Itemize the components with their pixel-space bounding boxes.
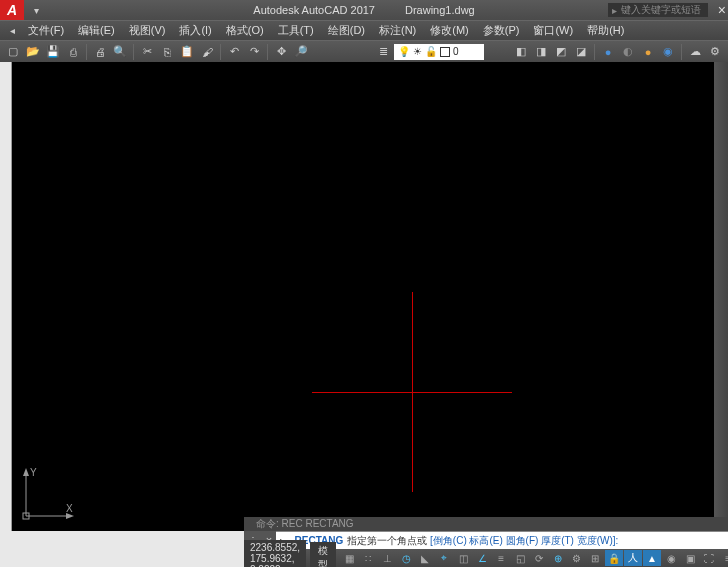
transparency-toggle[interactable]: ◱ bbox=[511, 550, 529, 566]
quick-access-toolbar: ▾ bbox=[28, 2, 44, 18]
annotation-monitor[interactable]: ⊞ bbox=[586, 550, 604, 566]
toolbar: ▢ 📂 💾 ⎙ 🖨 🔍 ✂ ⎘ 📋 🖌 ↶ ↷ ✥ 🔎 ≣ 💡 ☀ 🔓 0 ◧ … bbox=[0, 40, 728, 62]
bottom-left-panel bbox=[0, 531, 244, 567]
menu-indicator-icon[interactable]: ◂ bbox=[4, 23, 20, 39]
ortho-toggle[interactable]: ⊥ bbox=[378, 550, 396, 566]
snap-toggle[interactable]: ∷ bbox=[359, 550, 377, 566]
title-bar: A ▾ Autodesk AutoCAD 2017 Drawing1.dwg ▸… bbox=[0, 0, 728, 20]
layer-color-swatch bbox=[440, 47, 450, 57]
isolate-objects[interactable]: ▣ bbox=[681, 550, 699, 566]
undo-button[interactable]: ↶ bbox=[225, 43, 243, 61]
cut-button[interactable]: ✂ bbox=[138, 43, 156, 61]
search-input[interactable]: ▸ 键入关键字或短语 bbox=[608, 3, 708, 17]
lock-icon: 🔓 bbox=[425, 46, 437, 57]
app-name: Autodesk AutoCAD 2017 bbox=[253, 4, 375, 16]
menu-modify[interactable]: 修改(M) bbox=[424, 21, 475, 40]
ucs-icon: Y X bbox=[20, 464, 80, 524]
workspace-switch[interactable]: ⚙ bbox=[567, 550, 585, 566]
saveas-button[interactable]: ⎙ bbox=[64, 43, 82, 61]
settings-button[interactable]: ⚙ bbox=[706, 43, 724, 61]
coordinates-display[interactable]: 2236.8552, 175.9632, 0.0000 bbox=[244, 540, 306, 568]
annotation-autoscale[interactable]: ▲ bbox=[643, 550, 661, 566]
menu-dimension[interactable]: 标注(N) bbox=[373, 21, 422, 40]
copy-button[interactable]: ⎘ bbox=[158, 43, 176, 61]
menu-draw[interactable]: 绘图(D) bbox=[322, 21, 371, 40]
render-tool-4[interactable]: ◉ bbox=[659, 43, 677, 61]
match-button[interactable]: 🖌 bbox=[198, 43, 216, 61]
redo-button[interactable]: ↷ bbox=[245, 43, 263, 61]
cloud-button[interactable]: ☁ bbox=[686, 43, 704, 61]
crosshair-vertical bbox=[412, 292, 413, 492]
3dosnap-toggle[interactable]: ◫ bbox=[454, 550, 472, 566]
command-options: [倒角(C) 标高(E) 圆角(F) 厚度(T) 宽度(W)]: bbox=[430, 534, 618, 548]
otrack-toggle[interactable]: ∠ bbox=[473, 550, 491, 566]
model-space-button[interactable]: 模型 bbox=[310, 542, 336, 567]
left-edge bbox=[0, 62, 12, 534]
search-placeholder: 键入关键字或短语 bbox=[621, 3, 701, 17]
cycling-toggle[interactable]: ⟳ bbox=[530, 550, 548, 566]
clean-screen[interactable]: ⛶ bbox=[700, 550, 718, 566]
print-button[interactable]: 🖨 bbox=[91, 43, 109, 61]
lineweight-toggle[interactable]: ≡ bbox=[492, 550, 510, 566]
hardware-accel[interactable]: ◉ bbox=[662, 550, 680, 566]
status-bar: 2236.8552, 175.9632, 0.0000 模型 ▦ ∷ ⊥ ◷ ◣… bbox=[244, 549, 728, 567]
workspace: Y X bbox=[0, 62, 728, 534]
open-button[interactable]: 📂 bbox=[24, 43, 42, 61]
menu-edit[interactable]: 编辑(E) bbox=[72, 21, 121, 40]
zoom-button[interactable]: 🔎 bbox=[292, 43, 310, 61]
menu-view[interactable]: 视图(V) bbox=[123, 21, 172, 40]
preview-button[interactable]: 🔍 bbox=[111, 43, 129, 61]
layer-tool-1[interactable]: ◧ bbox=[512, 43, 530, 61]
polar-toggle[interactable]: ◷ bbox=[397, 550, 415, 566]
dyninput-toggle[interactable]: ⊕ bbox=[549, 550, 567, 566]
app-logo[interactable]: A bbox=[0, 0, 24, 20]
menu-insert[interactable]: 插入(I) bbox=[173, 21, 217, 40]
vertical-scrollbar[interactable] bbox=[714, 62, 728, 534]
close-button[interactable]: × bbox=[718, 2, 726, 18]
command-history: 命令: REC RECTANG bbox=[244, 517, 728, 531]
title-text: Autodesk AutoCAD 2017 Drawing1.dwg bbox=[253, 4, 474, 16]
status-toggles: ▦ ∷ ⊥ ◷ ◣ ⌖ ◫ ∠ ≡ ◱ ⟳ ⊕ bbox=[340, 550, 567, 566]
layer-tool-2[interactable]: ◨ bbox=[532, 43, 550, 61]
svg-marker-2 bbox=[23, 468, 29, 476]
command-input[interactable]: ▸_ RECTANG 指定第一个角点或 [倒角(C) 标高(E) 圆角(F) 厚… bbox=[276, 531, 728, 549]
osnap-toggle[interactable]: ⌖ bbox=[435, 550, 453, 566]
menu-tools[interactable]: 工具(T) bbox=[272, 21, 320, 40]
layer-tool-3[interactable]: ◩ bbox=[552, 43, 570, 61]
command-prompt-text: 指定第一个角点或 bbox=[347, 534, 427, 548]
menu-bar: ◂ 文件(F) 编辑(E) 视图(V) 插入(I) 格式(O) 工具(T) 绘图… bbox=[0, 20, 728, 40]
menu-help[interactable]: 帮助(H) bbox=[581, 21, 630, 40]
menu-file[interactable]: 文件(F) bbox=[22, 21, 70, 40]
render-tool-3[interactable]: ● bbox=[639, 43, 657, 61]
document-name: Drawing1.dwg bbox=[405, 4, 475, 16]
sun-icon: ☀ bbox=[413, 46, 422, 57]
save-button[interactable]: 💾 bbox=[44, 43, 62, 61]
render-tool-2[interactable]: ◐ bbox=[619, 43, 637, 61]
layer-name: 0 bbox=[453, 46, 459, 57]
render-tool-1[interactable]: ● bbox=[599, 43, 617, 61]
annotation-visibility[interactable]: 人 bbox=[624, 550, 642, 566]
drawing-canvas[interactable]: Y X bbox=[12, 62, 714, 534]
layer-tool-4[interactable]: ◪ bbox=[572, 43, 590, 61]
pan-button[interactable]: ✥ bbox=[272, 43, 290, 61]
svg-text:X: X bbox=[66, 503, 73, 514]
menu-param[interactable]: 参数(P) bbox=[477, 21, 526, 40]
menu-window[interactable]: 窗口(W) bbox=[527, 21, 579, 40]
layer-props-button[interactable]: ≣ bbox=[374, 43, 392, 61]
customize-status[interactable]: ≡ bbox=[719, 550, 728, 566]
iso-toggle[interactable]: ◣ bbox=[416, 550, 434, 566]
svg-text:Y: Y bbox=[30, 467, 37, 478]
menu-format[interactable]: 格式(O) bbox=[220, 21, 270, 40]
lightbulb-icon: 💡 bbox=[398, 46, 410, 57]
qat-dropdown-icon[interactable]: ▾ bbox=[28, 2, 44, 18]
new-button[interactable]: ▢ bbox=[4, 43, 22, 61]
annotation-scale[interactable]: 🔒 bbox=[605, 550, 623, 566]
layer-dropdown[interactable]: 💡 ☀ 🔓 0 bbox=[394, 44, 484, 60]
paste-button[interactable]: 📋 bbox=[178, 43, 196, 61]
grid-toggle[interactable]: ▦ bbox=[340, 550, 358, 566]
